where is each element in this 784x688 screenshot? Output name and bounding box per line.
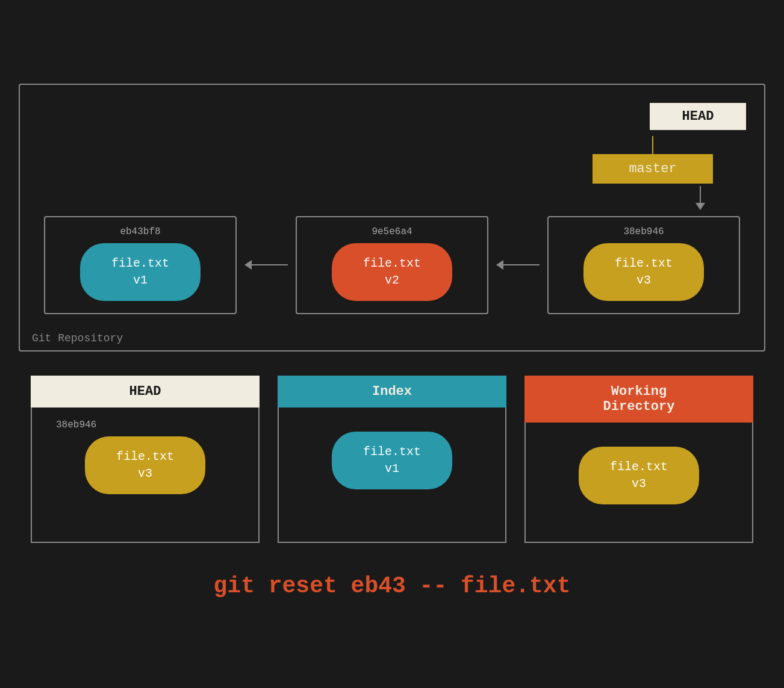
panel-head-blob: file.txtv3 <box>85 436 205 494</box>
git-repo-section: HEAD master eb43bf8 fi <box>19 84 765 352</box>
commit-blob-1: file.txtv2 <box>332 243 452 301</box>
panel-head-hash: 38eb946 <box>44 420 96 430</box>
panel-wd-header-label: WorkingDirectory <box>603 384 675 414</box>
repo-head-box: HEAD <box>650 103 746 130</box>
panel-index-header-label: Index <box>372 384 412 399</box>
head-master-vline-container: master <box>593 136 713 184</box>
commits-row: eb43bf8 file.txtv1 9e5e6a4 file.txtv2 38… <box>38 216 746 314</box>
git-command: git reset eb43 -- file.txt <box>19 567 765 605</box>
repo-top-row: HEAD <box>38 103 746 130</box>
panel-wd-blob: file.txtv3 <box>579 447 699 504</box>
panel-head-body: 38eb946 file.txtv3 <box>31 408 260 543</box>
commit-box-2: 38eb946 file.txtv3 <box>547 216 740 314</box>
panel-index-blob: file.txtv1 <box>332 432 452 489</box>
commit-arrow-0 <box>244 260 288 270</box>
repo-head-label: HEAD <box>682 109 714 124</box>
master-box: master <box>593 154 713 184</box>
panel-wd-header: WorkingDirectory <box>524 376 753 423</box>
h-line-0 <box>252 264 288 265</box>
head-to-master-line: master <box>38 136 746 184</box>
panel-index-header: Index <box>278 376 506 408</box>
panel-index: Index file.txtv1 <box>278 376 506 543</box>
panel-head: HEAD 38eb946 file.txtv3 <box>31 376 260 543</box>
main-container: HEAD master eb43bf8 fi <box>19 84 765 605</box>
commit-box-1: 9e5e6a4 file.txtv2 <box>296 216 488 314</box>
master-down-arrow <box>695 186 705 210</box>
head-master-vline <box>652 136 653 154</box>
commit-blob-0: file.txtv1 <box>80 243 201 301</box>
commit-hash-2: 38eb946 <box>561 226 727 237</box>
master-arrow-head <box>695 203 705 210</box>
bottom-section: HEAD 38eb946 file.txtv3 Index file.txtv1… <box>19 376 765 543</box>
arrow-left-0 <box>244 260 252 270</box>
panel-index-body: file.txtv1 <box>278 408 506 543</box>
h-line-1 <box>503 264 540 265</box>
commit-arrow-1 <box>496 260 540 270</box>
master-down-line <box>700 186 701 203</box>
master-arrow-container <box>38 186 746 210</box>
git-repo-label: Git Repository <box>32 332 123 344</box>
commit-box-0: eb43bf8 file.txtv1 <box>44 216 237 314</box>
commit-hash-0: eb43bf8 <box>57 226 223 237</box>
panel-working-dir: WorkingDirectory file.txtv3 <box>524 376 753 543</box>
panel-head-header-label: HEAD <box>129 384 161 399</box>
panel-wd-body: file.txtv3 <box>524 423 753 543</box>
commit-blob-2: file.txtv3 <box>583 243 704 301</box>
panel-head-header: HEAD <box>31 376 260 408</box>
commit-hash-1: 9e5e6a4 <box>309 226 475 237</box>
arrow-left-1 <box>496 260 503 270</box>
master-label: master <box>629 161 676 176</box>
